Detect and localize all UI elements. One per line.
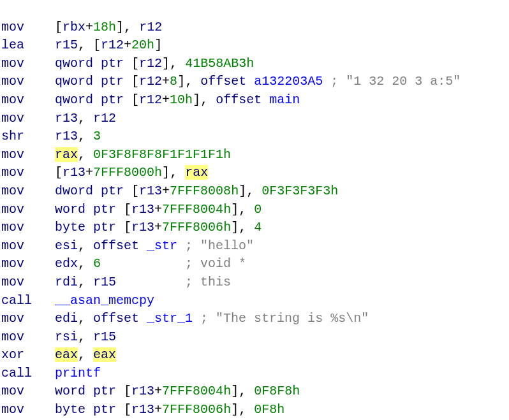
asm-line[interactable]: mov qword ptr [r12+8], offset a132203A5 … bbox=[1, 74, 461, 89]
identifier[interactable]: __asan_memcpy bbox=[55, 293, 154, 308]
mnemonic: mov bbox=[1, 111, 24, 126]
register: r13 bbox=[55, 111, 78, 126]
mnemonic: mov bbox=[1, 402, 24, 417]
register: r12 bbox=[101, 38, 124, 52]
asm-line[interactable]: mov byte ptr [r13+7FFF8006h], 4 bbox=[1, 220, 262, 235]
comment: ; void * bbox=[185, 256, 246, 271]
asm-line[interactable]: mov qword ptr [r12], 41B58AB3h bbox=[1, 56, 254, 71]
disassembly-listing: mov [rbx+18h], r12 lea r15, [r12+20h] mo… bbox=[0, 0, 509, 420]
asm-line[interactable]: mov word ptr [r13+7FFF8004h], 0 bbox=[1, 202, 262, 217]
mnemonic: lea bbox=[1, 38, 24, 52]
offset-keyword: offset bbox=[93, 238, 147, 253]
mnemonic: mov bbox=[1, 329, 24, 344]
register: r13 bbox=[139, 184, 162, 198]
asm-line[interactable]: call printf bbox=[1, 366, 101, 380]
identifier[interactable]: _str bbox=[147, 238, 177, 253]
identifier[interactable]: a132203A5 bbox=[254, 74, 323, 89]
register-highlighted: eax bbox=[93, 347, 116, 362]
identifier[interactable]: main bbox=[269, 92, 300, 107]
identifier[interactable]: _str_1 bbox=[147, 311, 193, 326]
asm-line[interactable]: call __asan_memcpy bbox=[1, 293, 154, 308]
asm-line[interactable]: lea r15, [r12+20h] bbox=[1, 38, 162, 52]
mnemonic: mov bbox=[1, 74, 24, 89]
size-directive: byte ptr bbox=[55, 402, 124, 417]
size-directive: qword ptr bbox=[55, 92, 131, 107]
register: r13 bbox=[131, 202, 154, 217]
size-directive: word ptr bbox=[55, 202, 124, 217]
number: 0 bbox=[254, 202, 262, 217]
asm-line[interactable]: shr r13, 3 bbox=[1, 129, 101, 143]
mnemonic: call bbox=[1, 293, 32, 308]
asm-line[interactable]: mov edx, 6 ; void * bbox=[1, 256, 246, 271]
mnemonic: xor bbox=[1, 347, 24, 362]
register: r13 bbox=[131, 402, 154, 417]
asm-line[interactable]: mov rsi, r15 bbox=[1, 329, 116, 344]
mnemonic: mov bbox=[1, 256, 24, 271]
asm-line[interactable]: mov r13, r12 bbox=[1, 111, 116, 126]
register-highlighted: rax bbox=[185, 165, 208, 180]
register: rbx bbox=[63, 20, 85, 34]
register: esi bbox=[55, 238, 78, 253]
identifier[interactable]: printf bbox=[55, 366, 101, 380]
number: 10h bbox=[170, 92, 193, 107]
comment: ; "1 32 20 3 a:5" bbox=[323, 74, 461, 89]
asm-line[interactable]: mov dword ptr [r13+7FFF8008h], 0F3F3F3F3… bbox=[1, 184, 338, 198]
register: rdi bbox=[55, 275, 78, 289]
asm-line[interactable]: mov rax, 0F3F8F8F8F1F1F1F1h bbox=[1, 147, 231, 162]
comment: ; this bbox=[185, 275, 231, 289]
size-directive: word ptr bbox=[55, 384, 124, 398]
register: r12 bbox=[139, 92, 162, 107]
register: r13 bbox=[55, 129, 78, 143]
register: r12 bbox=[93, 111, 116, 126]
comment: ; "hello" bbox=[177, 238, 254, 253]
mnemonic: mov bbox=[1, 56, 24, 71]
number: 7FFF8004h bbox=[162, 202, 231, 217]
number: 7FFF8000h bbox=[93, 165, 162, 180]
offset-keyword: offset bbox=[216, 92, 269, 107]
mnemonic: mov bbox=[1, 220, 24, 235]
mnemonic: mov bbox=[1, 184, 24, 198]
asm-line[interactable]: mov rdi, r15 ; this bbox=[1, 275, 231, 289]
mnemonic: mov bbox=[1, 384, 24, 398]
register: edi bbox=[55, 311, 78, 326]
number: 0F8h bbox=[254, 402, 284, 417]
number: 0F3F3F3F3h bbox=[262, 184, 338, 198]
register: r12 bbox=[139, 56, 162, 71]
asm-line[interactable]: mov byte ptr [r13+7FFF8006h], 0F8h bbox=[1, 402, 284, 417]
mnemonic: mov bbox=[1, 238, 24, 253]
mnemonic: shr bbox=[1, 129, 24, 143]
mnemonic: mov bbox=[1, 165, 24, 180]
mnemonic: mov bbox=[1, 202, 24, 217]
asm-line[interactable]: xor eax, eax bbox=[1, 347, 116, 362]
size-directive: qword ptr bbox=[55, 56, 131, 71]
register: r15 bbox=[55, 38, 78, 52]
mnemonic: mov bbox=[1, 20, 24, 34]
number: 41B58AB3h bbox=[185, 56, 254, 71]
asm-line[interactable]: mov edi, offset _str_1 ; "The string is … bbox=[1, 311, 369, 326]
offset-keyword: offset bbox=[93, 311, 147, 326]
register: edx bbox=[55, 256, 78, 271]
number: 7FFF8008h bbox=[170, 184, 239, 198]
number: 20h bbox=[131, 38, 154, 52]
asm-line[interactable]: mov [r13+7FFF8000h], rax bbox=[1, 165, 208, 180]
mnemonic: call bbox=[1, 366, 32, 380]
mnemonic: mov bbox=[1, 92, 24, 107]
asm-line[interactable]: mov esi, offset _str ; "hello" bbox=[1, 238, 254, 253]
number: 4 bbox=[254, 220, 262, 235]
comment: ; "The string is %s\n" bbox=[193, 311, 369, 326]
size-directive: qword ptr bbox=[55, 74, 131, 89]
asm-line[interactable]: mov word ptr [r13+7FFF8004h], 0F8F8h bbox=[1, 384, 300, 398]
asm-line[interactable]: mov qword ptr [r12+10h], offset main bbox=[1, 92, 300, 107]
register: r15 bbox=[93, 275, 116, 289]
mnemonic: mov bbox=[1, 275, 24, 289]
register-highlighted: eax bbox=[55, 347, 78, 362]
register: rsi bbox=[55, 329, 78, 344]
register: r13 bbox=[131, 220, 154, 235]
register-highlighted: rax bbox=[55, 147, 78, 162]
number: 7FFF8004h bbox=[162, 384, 231, 398]
offset-keyword: offset bbox=[200, 74, 254, 89]
register: r13 bbox=[131, 384, 154, 398]
number: 3 bbox=[93, 129, 101, 143]
number: 8 bbox=[170, 74, 177, 89]
asm-line[interactable]: mov [rbx+18h], r12 bbox=[1, 20, 162, 34]
